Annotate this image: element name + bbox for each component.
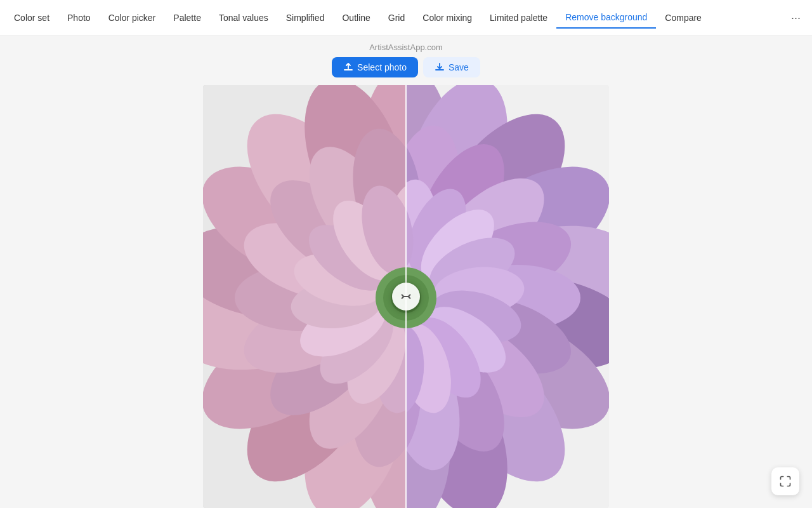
nav-item-grid[interactable]: Grid <box>379 8 414 28</box>
compare-container <box>203 85 609 508</box>
navbar: Color set Photo Color picker Palette Ton… <box>0 0 812 36</box>
main-content: ArtistAssistApp.com Select photo Save <box>0 36 812 508</box>
nav-item-limited-palette[interactable]: Limited palette <box>481 8 556 28</box>
more-menu-button[interactable]: ··· <box>785 6 807 30</box>
nav-item-outline[interactable]: Outline <box>333 8 379 28</box>
nav-item-tonal-values[interactable]: Tonal values <box>210 8 277 28</box>
fullscreen-button[interactable] <box>771 467 799 495</box>
save-button[interactable]: Save <box>423 57 480 77</box>
nav-item-compare[interactable]: Compare <box>656 8 710 28</box>
app-subtitle: ArtistAssistApp.com <box>369 43 443 52</box>
select-photo-button[interactable]: Select photo <box>332 57 418 77</box>
compare-left-panel <box>203 85 406 508</box>
flower-original <box>203 85 406 508</box>
nav-item-photo[interactable]: Photo <box>58 8 100 28</box>
fullscreen-icon <box>779 475 792 488</box>
compare-divider-handle[interactable] <box>392 283 420 311</box>
upload-icon <box>343 62 353 72</box>
nav-item-color-picker[interactable]: Color picker <box>100 8 165 28</box>
arrows-horizontal-icon <box>399 290 413 304</box>
nav-item-remove-background[interactable]: Remove background <box>556 7 656 29</box>
toolbar: Select photo Save <box>332 57 480 77</box>
nav-item-palette[interactable]: Palette <box>164 8 210 28</box>
save-icon <box>435 62 445 72</box>
nav-item-color-set[interactable]: Color set <box>5 8 58 28</box>
nav-item-simplified[interactable]: Simplified <box>277 8 334 28</box>
nav-item-color-mixing[interactable]: Color mixing <box>414 8 481 28</box>
